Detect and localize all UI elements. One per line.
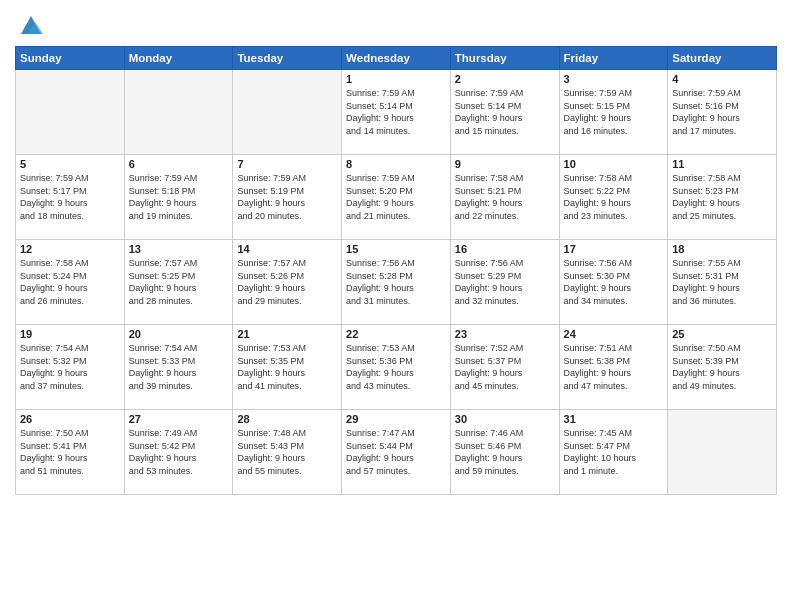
day-number: 8 [346, 158, 446, 170]
day-number: 27 [129, 413, 229, 425]
calendar-cell: 2Sunrise: 7:59 AM Sunset: 5:14 PM Daylig… [450, 70, 559, 155]
cell-info: Sunrise: 7:50 AM Sunset: 5:41 PM Dayligh… [20, 427, 120, 477]
cell-info: Sunrise: 7:59 AM Sunset: 5:17 PM Dayligh… [20, 172, 120, 222]
day-number: 23 [455, 328, 555, 340]
day-number: 14 [237, 243, 337, 255]
day-number: 17 [564, 243, 664, 255]
day-header-monday: Monday [124, 47, 233, 70]
calendar-cell: 7Sunrise: 7:59 AM Sunset: 5:19 PM Daylig… [233, 155, 342, 240]
calendar-cell: 13Sunrise: 7:57 AM Sunset: 5:25 PM Dayli… [124, 240, 233, 325]
week-row-0: 1Sunrise: 7:59 AM Sunset: 5:14 PM Daylig… [16, 70, 777, 155]
calendar-cell: 21Sunrise: 7:53 AM Sunset: 5:35 PM Dayli… [233, 325, 342, 410]
cell-info: Sunrise: 7:53 AM Sunset: 5:35 PM Dayligh… [237, 342, 337, 392]
cell-info: Sunrise: 7:45 AM Sunset: 5:47 PM Dayligh… [564, 427, 664, 477]
cell-info: Sunrise: 7:59 AM Sunset: 5:14 PM Dayligh… [346, 87, 446, 137]
day-header-tuesday: Tuesday [233, 47, 342, 70]
calendar-cell: 30Sunrise: 7:46 AM Sunset: 5:46 PM Dayli… [450, 410, 559, 495]
day-number: 30 [455, 413, 555, 425]
day-number: 9 [455, 158, 555, 170]
calendar-cell: 31Sunrise: 7:45 AM Sunset: 5:47 PM Dayli… [559, 410, 668, 495]
calendar-body: 1Sunrise: 7:59 AM Sunset: 5:14 PM Daylig… [16, 70, 777, 495]
calendar-cell: 9Sunrise: 7:58 AM Sunset: 5:21 PM Daylig… [450, 155, 559, 240]
cell-info: Sunrise: 7:58 AM Sunset: 5:23 PM Dayligh… [672, 172, 772, 222]
cell-info: Sunrise: 7:52 AM Sunset: 5:37 PM Dayligh… [455, 342, 555, 392]
cell-info: Sunrise: 7:59 AM Sunset: 5:20 PM Dayligh… [346, 172, 446, 222]
calendar-cell: 15Sunrise: 7:56 AM Sunset: 5:28 PM Dayli… [342, 240, 451, 325]
calendar-cell: 14Sunrise: 7:57 AM Sunset: 5:26 PM Dayli… [233, 240, 342, 325]
header-row: SundayMondayTuesdayWednesdayThursdayFrid… [16, 47, 777, 70]
calendar-cell: 8Sunrise: 7:59 AM Sunset: 5:20 PM Daylig… [342, 155, 451, 240]
day-header-wednesday: Wednesday [342, 47, 451, 70]
calendar-cell [16, 70, 125, 155]
calendar-cell [668, 410, 777, 495]
cell-info: Sunrise: 7:54 AM Sunset: 5:32 PM Dayligh… [20, 342, 120, 392]
day-header-sunday: Sunday [16, 47, 125, 70]
calendar-cell: 1Sunrise: 7:59 AM Sunset: 5:14 PM Daylig… [342, 70, 451, 155]
calendar-cell: 10Sunrise: 7:58 AM Sunset: 5:22 PM Dayli… [559, 155, 668, 240]
cell-info: Sunrise: 7:54 AM Sunset: 5:33 PM Dayligh… [129, 342, 229, 392]
calendar-cell: 29Sunrise: 7:47 AM Sunset: 5:44 PM Dayli… [342, 410, 451, 495]
day-number: 28 [237, 413, 337, 425]
week-row-2: 12Sunrise: 7:58 AM Sunset: 5:24 PM Dayli… [16, 240, 777, 325]
calendar-cell [233, 70, 342, 155]
day-number: 20 [129, 328, 229, 340]
header [15, 10, 777, 38]
calendar-cell: 23Sunrise: 7:52 AM Sunset: 5:37 PM Dayli… [450, 325, 559, 410]
cell-info: Sunrise: 7:51 AM Sunset: 5:38 PM Dayligh… [564, 342, 664, 392]
cell-info: Sunrise: 7:59 AM Sunset: 5:18 PM Dayligh… [129, 172, 229, 222]
cell-info: Sunrise: 7:57 AM Sunset: 5:25 PM Dayligh… [129, 257, 229, 307]
calendar-cell: 11Sunrise: 7:58 AM Sunset: 5:23 PM Dayli… [668, 155, 777, 240]
day-number: 15 [346, 243, 446, 255]
calendar-cell: 12Sunrise: 7:58 AM Sunset: 5:24 PM Dayli… [16, 240, 125, 325]
day-number: 25 [672, 328, 772, 340]
day-number: 3 [564, 73, 664, 85]
cell-info: Sunrise: 7:50 AM Sunset: 5:39 PM Dayligh… [672, 342, 772, 392]
cell-info: Sunrise: 7:57 AM Sunset: 5:26 PM Dayligh… [237, 257, 337, 307]
day-number: 21 [237, 328, 337, 340]
calendar-table: SundayMondayTuesdayWednesdayThursdayFrid… [15, 46, 777, 495]
day-header-thursday: Thursday [450, 47, 559, 70]
cell-info: Sunrise: 7:56 AM Sunset: 5:30 PM Dayligh… [564, 257, 664, 307]
calendar-cell: 25Sunrise: 7:50 AM Sunset: 5:39 PM Dayli… [668, 325, 777, 410]
cell-info: Sunrise: 7:49 AM Sunset: 5:42 PM Dayligh… [129, 427, 229, 477]
day-number: 22 [346, 328, 446, 340]
logo-icon [17, 10, 45, 38]
calendar-cell: 18Sunrise: 7:55 AM Sunset: 5:31 PM Dayli… [668, 240, 777, 325]
day-number: 2 [455, 73, 555, 85]
cell-info: Sunrise: 7:56 AM Sunset: 5:28 PM Dayligh… [346, 257, 446, 307]
calendar-header: SundayMondayTuesdayWednesdayThursdayFrid… [16, 47, 777, 70]
week-row-1: 5Sunrise: 7:59 AM Sunset: 5:17 PM Daylig… [16, 155, 777, 240]
cell-info: Sunrise: 7:53 AM Sunset: 5:36 PM Dayligh… [346, 342, 446, 392]
day-number: 31 [564, 413, 664, 425]
calendar-cell: 16Sunrise: 7:56 AM Sunset: 5:29 PM Dayli… [450, 240, 559, 325]
calendar-cell: 22Sunrise: 7:53 AM Sunset: 5:36 PM Dayli… [342, 325, 451, 410]
calendar-cell: 26Sunrise: 7:50 AM Sunset: 5:41 PM Dayli… [16, 410, 125, 495]
day-number: 18 [672, 243, 772, 255]
calendar-cell: 3Sunrise: 7:59 AM Sunset: 5:15 PM Daylig… [559, 70, 668, 155]
cell-info: Sunrise: 7:59 AM Sunset: 5:15 PM Dayligh… [564, 87, 664, 137]
day-number: 1 [346, 73, 446, 85]
calendar-cell: 27Sunrise: 7:49 AM Sunset: 5:42 PM Dayli… [124, 410, 233, 495]
cell-info: Sunrise: 7:46 AM Sunset: 5:46 PM Dayligh… [455, 427, 555, 477]
calendar-cell [124, 70, 233, 155]
day-number: 10 [564, 158, 664, 170]
cell-info: Sunrise: 7:58 AM Sunset: 5:24 PM Dayligh… [20, 257, 120, 307]
calendar-cell: 19Sunrise: 7:54 AM Sunset: 5:32 PM Dayli… [16, 325, 125, 410]
page: SundayMondayTuesdayWednesdayThursdayFrid… [0, 0, 792, 612]
day-number: 13 [129, 243, 229, 255]
cell-info: Sunrise: 7:59 AM Sunset: 5:16 PM Dayligh… [672, 87, 772, 137]
cell-info: Sunrise: 7:47 AM Sunset: 5:44 PM Dayligh… [346, 427, 446, 477]
calendar-cell: 17Sunrise: 7:56 AM Sunset: 5:30 PM Dayli… [559, 240, 668, 325]
week-row-3: 19Sunrise: 7:54 AM Sunset: 5:32 PM Dayli… [16, 325, 777, 410]
day-number: 7 [237, 158, 337, 170]
calendar-cell: 20Sunrise: 7:54 AM Sunset: 5:33 PM Dayli… [124, 325, 233, 410]
day-number: 24 [564, 328, 664, 340]
logo [15, 10, 45, 38]
day-number: 26 [20, 413, 120, 425]
week-row-4: 26Sunrise: 7:50 AM Sunset: 5:41 PM Dayli… [16, 410, 777, 495]
day-number: 12 [20, 243, 120, 255]
calendar-cell: 6Sunrise: 7:59 AM Sunset: 5:18 PM Daylig… [124, 155, 233, 240]
day-number: 11 [672, 158, 772, 170]
day-number: 16 [455, 243, 555, 255]
cell-info: Sunrise: 7:56 AM Sunset: 5:29 PM Dayligh… [455, 257, 555, 307]
